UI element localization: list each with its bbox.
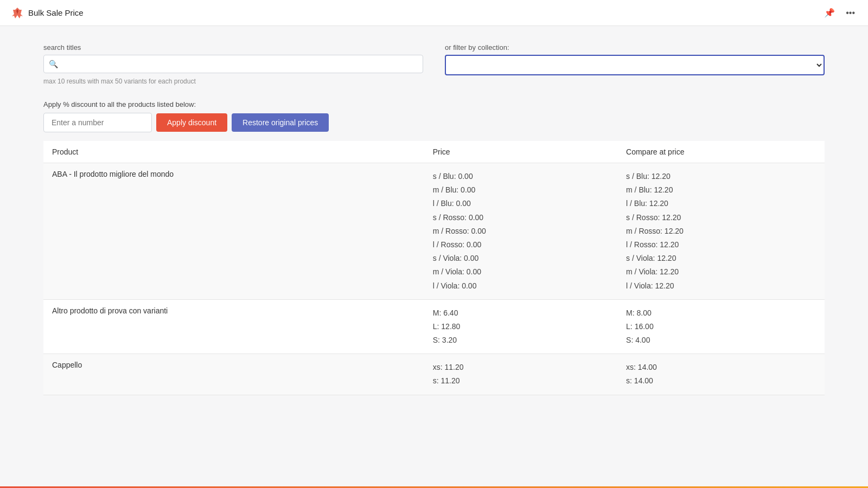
discount-section: Apply % discount to all the products lis… (43, 100, 825, 132)
search-label: search titles (43, 43, 423, 52)
col-product: Product (43, 141, 424, 163)
product-name-cell: Cappello (43, 354, 424, 395)
variant-price: xs: 11.20 (433, 361, 609, 374)
variant-compare-price: S: 4.00 (626, 333, 816, 347)
variant-price: l / Blu: 0.00 (433, 197, 609, 210)
variant-compare-price: xs: 14.00 (626, 361, 816, 374)
search-icon: 🔍 (49, 60, 58, 68)
variant-price: M: 6.40 (433, 306, 609, 320)
variant-price: l / Viola: 0.00 (433, 279, 609, 293)
product-table: Product Price Compare at price ABA - Il … (43, 141, 825, 395)
app-branding: Bulk Sale Price (11, 7, 84, 20)
discount-row: Apply discount Restore original prices (43, 113, 825, 132)
collection-select[interactable] (445, 55, 825, 75)
more-button[interactable]: ••• (844, 6, 857, 20)
compare-price-cell: M: 8.00L: 16.00S: 4.00 (617, 299, 825, 354)
variant-compare-price: l / Rosso: 12.20 (626, 238, 816, 252)
restore-prices-button[interactable]: Restore original prices (232, 113, 329, 132)
variant-compare-price: s / Rosso: 12.20 (626, 211, 816, 224)
compare-price-cell: s / Blu: 12.20m / Blu: 12.20l / Blu: 12.… (617, 163, 825, 300)
search-input[interactable] (43, 55, 423, 73)
app-title: Bulk Sale Price (28, 8, 84, 17)
variant-price: m / Blu: 0.00 (433, 183, 609, 197)
variant-compare-price: s / Viola: 12.20 (626, 252, 816, 265)
search-hint: max 10 results with max 50 variants for … (43, 78, 423, 85)
variant-price: S: 3.20 (433, 333, 609, 347)
product-name-cell: ABA - Il prodotto migliore del mondo (43, 163, 424, 300)
search-input-wrapper: 🔍 (43, 55, 423, 73)
filter-group: or filter by collection: (445, 43, 825, 75)
variant-compare-price: m / Rosso: 12.20 (626, 224, 816, 238)
variant-compare-price: s: 14.00 (626, 374, 816, 388)
top-bar-actions: 📌 ••• (822, 5, 857, 20)
product-name: Cappello (52, 361, 82, 369)
pin-icon: 📌 (824, 8, 835, 17)
variant-price: m / Viola: 0.00 (433, 265, 609, 279)
main-content: search titles 🔍 max 10 results with max … (0, 26, 868, 488)
variant-price: l / Rosso: 0.00 (433, 238, 609, 252)
variant-price: s: 11.20 (433, 374, 609, 388)
compare-price-cell: xs: 14.00s: 14.00 (617, 354, 825, 395)
col-price: Price (424, 141, 617, 163)
search-group: search titles 🔍 max 10 results with max … (43, 43, 423, 85)
variant-price: s / Viola: 0.00 (433, 252, 609, 265)
table-header: Product Price Compare at price (43, 141, 825, 163)
col-compare: Compare at price (617, 141, 825, 163)
variant-compare-price: l / Blu: 12.20 (626, 197, 816, 210)
variant-price: L: 12.80 (433, 320, 609, 333)
table-row: Cappelloxs: 11.20s: 11.20xs: 14.00s: 14.… (43, 354, 825, 395)
variant-compare-price: s / Blu: 12.20 (626, 170, 816, 183)
variant-compare-price: l / Viola: 12.20 (626, 279, 816, 293)
table-row: Altro prodotto di prova con variantiM: 6… (43, 299, 825, 354)
discount-input[interactable] (43, 113, 152, 132)
filter-label: or filter by collection: (445, 43, 825, 52)
table-row: ABA - Il prodotto migliore del mondos / … (43, 163, 825, 300)
variant-price: s / Rosso: 0.00 (433, 211, 609, 224)
variant-price: m / Rosso: 0.00 (433, 224, 609, 238)
search-filter-row: search titles 🔍 max 10 results with max … (43, 43, 825, 85)
price-cell: xs: 11.20s: 11.20 (424, 354, 617, 395)
more-icon: ••• (846, 8, 855, 17)
table-body: ABA - Il prodotto migliore del mondos / … (43, 163, 825, 395)
variant-compare-price: m / Blu: 12.20 (626, 183, 816, 197)
variant-price: s / Blu: 0.00 (433, 170, 609, 183)
apply-discount-button[interactable]: Apply discount (156, 113, 227, 132)
variant-compare-price: M: 8.00 (626, 306, 816, 320)
discount-label: Apply % discount to all the products lis… (43, 100, 825, 108)
product-name: Altro prodotto di prova con varianti (52, 306, 168, 315)
pin-button[interactable]: 📌 (822, 5, 837, 20)
price-cell: M: 6.40L: 12.80S: 3.20 (424, 299, 617, 354)
top-bar: Bulk Sale Price 📌 ••• (0, 0, 868, 26)
product-name-cell: Altro prodotto di prova con varianti (43, 299, 424, 354)
variant-compare-price: m / Viola: 12.20 (626, 265, 816, 279)
app-logo-icon (11, 7, 24, 20)
price-cell: s / Blu: 0.00m / Blu: 0.00l / Blu: 0.00s… (424, 163, 617, 300)
variant-compare-price: L: 16.00 (626, 320, 816, 333)
product-name: ABA - Il prodotto migliore del mondo (52, 170, 174, 178)
